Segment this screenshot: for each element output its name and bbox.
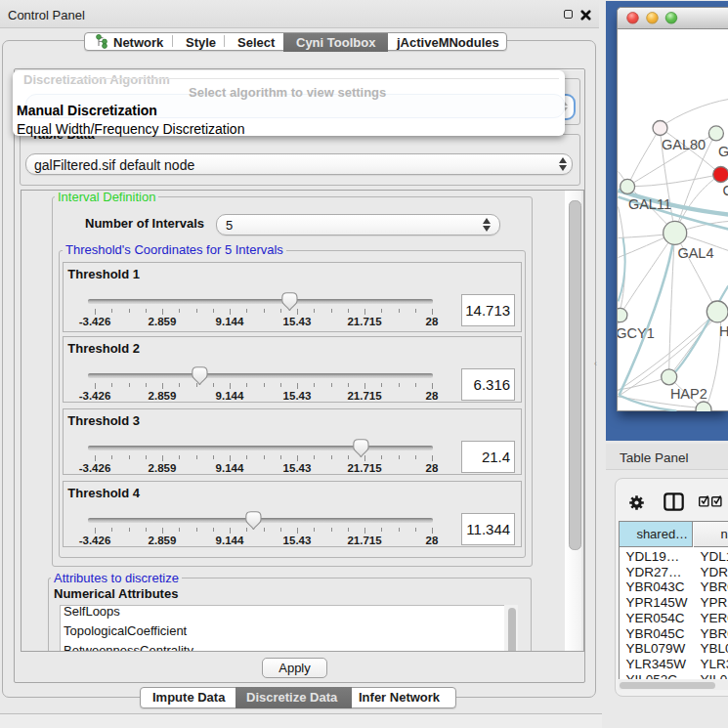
svg-text:GAL11: GAL11 — [628, 195, 671, 211]
svg-text:C: C — [723, 182, 728, 197]
svg-text:H: H — [719, 323, 728, 339]
svg-text:GAL80: GAL80 — [662, 136, 706, 151]
svg-text:GCY1: GCY1 — [618, 325, 655, 341]
svg-text:GAL4: GAL4 — [677, 245, 713, 261]
svg-text:GA: GA — [718, 143, 728, 158]
svg-text:HAP2: HAP2 — [670, 386, 707, 402]
